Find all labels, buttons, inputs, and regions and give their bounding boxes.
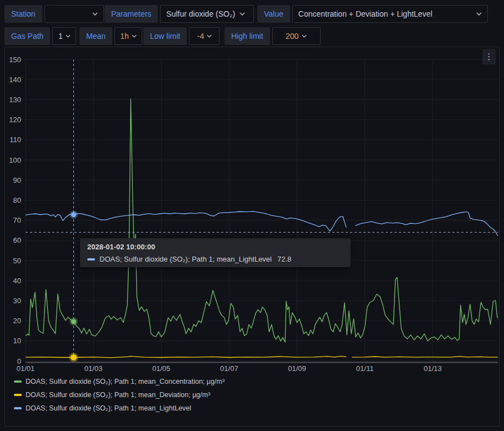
legend-item-deviation[interactable]: DOAS; Sulfur dioxide (SO₂); Path 1; mean… <box>14 388 224 402</box>
high-limit-value: 200 <box>286 32 298 41</box>
gas-path-control: Gas Path 1 <box>4 27 76 45</box>
legend-item-concentration[interactable]: DOAS; Sulfur dioxide (SO₂); Path 1; mean… <box>14 375 224 388</box>
highlight-point <box>71 319 76 324</box>
x-axis-tick: 01/09 <box>288 364 306 372</box>
station-control: Station <box>4 5 104 23</box>
tooltip-value: 72.8 <box>277 255 291 263</box>
y-axis-tick: 90 <box>13 176 21 184</box>
legend: DOAS; Sulfur dioxide (SO₂); Path 1; mean… <box>14 375 224 415</box>
y-axis-tick: 30 <box>13 297 21 305</box>
y-axis-tick: 40 <box>13 277 21 285</box>
gridlines <box>26 59 498 361</box>
chevron-down-icon <box>476 12 482 16</box>
time-series-panel: ⋮ 01020304050607080901001101201301401500… <box>4 47 500 427</box>
mean-label: Mean <box>79 27 112 45</box>
x-axis-tick: 01/07 <box>220 364 238 372</box>
value-control: Value Concentration + Deviation + LightL… <box>257 5 488 23</box>
low-limit-label: Low limit <box>143 27 187 45</box>
legend-swatch-lightlevel <box>14 407 22 409</box>
legend-label-concentration: DOAS; Sulfur dioxide (SO₂); Path 1; mean… <box>26 378 224 385</box>
legend-swatch-concentration <box>14 380 22 383</box>
high-limit-select[interactable]: 200 <box>272 27 321 45</box>
highlight-point <box>71 354 77 360</box>
low-limit-value: -4 <box>197 32 204 41</box>
station-select[interactable] <box>44 5 104 23</box>
station-label: Station <box>4 5 42 23</box>
y-axis-tick: 110 <box>9 136 21 144</box>
value-select[interactable]: Concentration + Deviation + LightLevel <box>292 5 488 23</box>
chevron-down-icon <box>132 34 137 38</box>
mean-control: Mean 1h <box>79 27 142 45</box>
x-axis-tick: 01/05 <box>152 364 171 372</box>
parameters-select[interactable]: Sulfur dioxide (SO₂) <box>160 5 254 23</box>
x-axis-tick: 01/13 <box>423 364 442 372</box>
y-axis-tick: 150 <box>9 56 21 64</box>
series-1[interactable] <box>26 356 498 358</box>
tooltip: 2028-01-02 10:00:00 DOAS; Sulfur dioxide… <box>80 238 351 267</box>
mean-select[interactable]: 1h <box>114 27 142 45</box>
y-axis-tick: 70 <box>13 216 21 224</box>
parameters-control: Parameters Sulfur dioxide (SO₂) <box>104 5 254 23</box>
y-axis-tick: 80 <box>13 196 21 204</box>
chart-svg[interactable]: 010203040506070809010011012013014015001/… <box>5 47 500 372</box>
y-axis-tick: 20 <box>13 317 21 325</box>
legend-label-lightlevel: DOAS; Sulfur dioxide (SO₂); Path 1; mean… <box>26 404 191 412</box>
y-axis-tick: 50 <box>13 257 21 265</box>
y-axis-tick: 130 <box>9 96 21 104</box>
y-axis-tick: 100 <box>9 156 21 164</box>
chevron-down-icon <box>92 12 98 16</box>
gas-path-select[interactable]: 1 <box>52 27 76 45</box>
high-limit-control: High limit 200 <box>224 27 321 45</box>
tooltip-timestamp: 2028-01-02 10:00:00 <box>87 243 343 251</box>
chevron-down-icon <box>302 34 307 38</box>
x-axis-tick: 01/11 <box>356 364 374 372</box>
gas-path-label: Gas Path <box>4 27 50 45</box>
x-axis-tick: 01/01 <box>17 364 35 372</box>
y-axis-tick: 10 <box>13 337 21 345</box>
tooltip-series-label: DOAS; Sulfur dioxide (SO₂); Path 1; mean… <box>99 255 272 263</box>
series-line-1[interactable] <box>352 357 498 357</box>
x-axis-tick: 01/03 <box>84 364 103 372</box>
gas-path-value: 1 <box>58 32 63 41</box>
legend-swatch-deviation <box>14 394 22 396</box>
chevron-down-icon <box>239 12 245 16</box>
y-axis-tick: 140 <box>9 76 21 84</box>
highlight-point <box>71 212 76 217</box>
low-limit-control: Low limit -4 <box>143 27 219 45</box>
parameters-label: Parameters <box>104 5 158 23</box>
y-axis-tick: 120 <box>9 116 21 124</box>
grafana-dashboard: { "controls": { "station": { "label": "S… <box>0 0 504 431</box>
value-label: Value <box>257 5 290 23</box>
mean-value: 1h <box>120 32 129 41</box>
y-axis-tick: 60 <box>13 236 21 244</box>
chevron-down-icon <box>207 34 212 38</box>
value-value: Concentration + Deviation + LightLevel <box>298 9 432 18</box>
high-limit-label: High limit <box>224 27 270 45</box>
legend-label-deviation: DOAS; Sulfur dioxide (SO₂); Path 1; mean… <box>26 391 210 399</box>
chevron-down-icon <box>66 34 71 38</box>
parameters-value: Sulfur dioxide (SO₂) <box>166 9 235 18</box>
low-limit-select[interactable]: -4 <box>189 27 219 45</box>
tooltip-series-swatch <box>87 258 95 260</box>
legend-item-lightlevel[interactable]: DOAS; Sulfur dioxide (SO₂); Path 1; mean… <box>14 402 224 415</box>
